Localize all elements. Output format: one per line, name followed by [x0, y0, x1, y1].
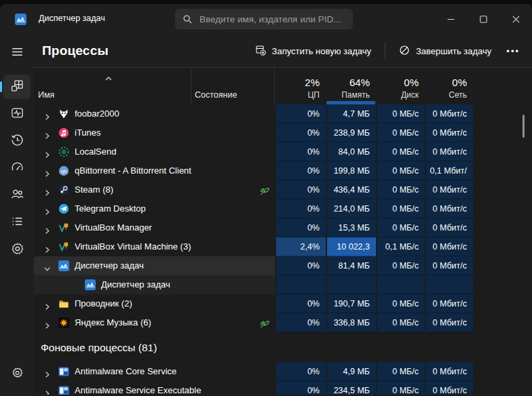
process-row[interactable]: qbqBittorrent - A Bittorrent Client0%199… [34, 161, 532, 180]
process-name-cell[interactable]: Яндекс Музыка (6) [34, 313, 191, 332]
column-header-name[interactable]: Имя [34, 68, 191, 104]
sidebar-item-services[interactable] [3, 237, 31, 262]
process-name: Диспетчер задач [75, 256, 144, 275]
process-row[interactable]: Antimalware Service Executable0%234,5 МБ… [34, 381, 532, 395]
process-row[interactable]: Яндекс Музыка (6)0%336,8 МБ0 МБ/с0 Мбит/… [34, 313, 532, 332]
chevron-right-icon[interactable] [43, 165, 54, 176]
process-name: iTunes [75, 123, 101, 142]
chevron-right-icon[interactable] [43, 146, 54, 157]
process-row[interactable]: LocalSend0%84,0 МБ0 МБ/с0 Мбит/с [34, 142, 532, 161]
section-header-background-processes: Фоновые процессы (81) [34, 334, 532, 362]
antimalware-icon [58, 385, 69, 395]
process-name-cell[interactable]: Steam (8) [34, 180, 191, 199]
column-header-disk[interactable]: 0% Диск [376, 68, 425, 104]
end-task-label: Завершить задачу [416, 46, 491, 56]
chevron-right-icon[interactable] [43, 317, 54, 328]
sidebar-item-processes[interactable] [3, 75, 31, 99]
process-name-cell[interactable]: Диспетчер задач [34, 275, 191, 294]
process-row[interactable]: Antimalware Core Service0%4,9 МБ0 МБ/с0 … [34, 362, 532, 381]
process-name: VirtualBox Virtual Machine (3) [75, 237, 191, 256]
chevron-right-icon[interactable] [43, 385, 54, 395]
process-disk-value: 0 МБ/с [376, 313, 425, 332]
sidebar-item-app-history[interactable] [3, 129, 31, 153]
column-header-cpu[interactable]: 2% ЦП [275, 68, 326, 104]
process-mem-value: 84,0 МБ [326, 142, 376, 161]
more-options-button[interactable]: ••• [501, 42, 525, 60]
column-header-memory[interactable]: 64% Память [326, 68, 376, 104]
process-cpu-value: 0% [275, 161, 326, 180]
process-name-cell[interactable]: VirtualBox Virtual Machine (3) [34, 237, 191, 256]
process-status-cell [191, 362, 275, 381]
section-label: Фоновые процессы (81) [34, 342, 157, 354]
process-row[interactable]: Steam (8)0%436,4 МБ0 МБ/с0 Мбит/с [34, 180, 532, 199]
process-row[interactable]: VirtualBox Virtual Machine (3)2,4%10 022… [34, 237, 532, 256]
search-input[interactable] [200, 14, 345, 24]
process-disk-value [376, 275, 425, 294]
sidebar-item-users[interactable] [3, 183, 31, 207]
process-status-cell [191, 199, 275, 218]
process-cpu-value: 0% [275, 180, 326, 199]
process-net-value: 0 Мбит/с [425, 218, 473, 237]
process-name-cell[interactable]: VirtualBox Manager [34, 218, 191, 237]
end-task-button[interactable]: Завершить задачу [392, 40, 498, 62]
process-row[interactable]: Telegram Desktop0%214,0 МБ0 МБ/с0 Мбит/с [34, 199, 532, 218]
process-cpu-value: 0% [275, 142, 326, 161]
chevron-right-icon[interactable] [43, 108, 54, 119]
search-box[interactable] [175, 9, 353, 29]
virtualbox-icon [58, 241, 69, 252]
chevron-right-icon[interactable] [43, 184, 54, 195]
process-status-cell [191, 313, 275, 332]
process-net-value: 0 Мбит/с [425, 104, 473, 123]
maximize-button[interactable] [467, 4, 499, 34]
users-icon [11, 188, 24, 203]
process-mem-value: 10 022,3 … [326, 237, 376, 256]
process-name-cell[interactable]: Диспетчер задач [34, 256, 191, 275]
process-name-cell[interactable]: Telegram Desktop [34, 199, 191, 218]
chevron-right-icon[interactable] [43, 127, 54, 138]
sidebar-item-settings[interactable] [3, 362, 31, 387]
cpu-total-percent: 2% [305, 77, 320, 88]
process-cpu-value: 0% [275, 294, 326, 313]
sidebar-item-startup-apps[interactable] [3, 156, 31, 180]
qbittorrent-icon: qb [58, 165, 69, 176]
process-row[interactable]: foobar20000%4,7 МБ0 МБ/с0 Мбит/с [34, 104, 532, 123]
chevron-right-icon[interactable] [43, 366, 54, 377]
process-row[interactable]: Проводник (2)0%190,7 МБ0 МБ/с0 Мбит/с [34, 294, 532, 313]
process-name-cell[interactable]: Проводник (2) [34, 294, 191, 313]
process-name-cell[interactable]: qbqBittorrent - A Bittorrent Client [34, 161, 191, 180]
process-name-cell[interactable]: iTunes [34, 123, 191, 142]
process-cpu-value: 2,4% [275, 237, 326, 256]
column-header-network[interactable]: 0% Сеть [425, 68, 473, 104]
minimize-button[interactable] [434, 4, 467, 34]
run-new-task-button[interactable]: Запустить новую задачу [248, 40, 378, 62]
main-pane: Процессы Запустить новую задачу [34, 34, 532, 396]
process-name-cell[interactable]: Antimalware Core Service [34, 362, 191, 381]
run-new-task-label: Запустить новую задачу [272, 46, 371, 56]
process-row[interactable]: VirtualBox Manager0%15,3 МБ0 МБ/с0 Мбит/… [34, 218, 532, 237]
steam-icon [58, 184, 69, 195]
process-row[interactable]: Диспетчер задач0%81,4 МБ0 МБ/с0 Мбит/с [34, 256, 532, 275]
memory-total-percent: 64% [349, 77, 370, 88]
sidebar-item-details[interactable] [3, 210, 31, 235]
close-button[interactable] [499, 4, 532, 34]
chevron-right-icon[interactable] [43, 241, 54, 252]
chevron-right-icon[interactable] [43, 222, 54, 233]
menu-icon [11, 45, 24, 61]
chevron-down-icon[interactable] [43, 260, 54, 271]
process-disk-value: 0 МБ/с [376, 362, 425, 381]
process-name-cell[interactable]: foobar2000 [34, 104, 191, 123]
process-cpu-value: 0% [275, 123, 326, 142]
chevron-right-icon[interactable] [43, 298, 54, 309]
process-name: Steam (8) [75, 180, 113, 199]
menu-button[interactable] [3, 41, 31, 65]
chevron-right-icon[interactable] [43, 203, 54, 214]
process-disk-value: 0,1 МБ/с [376, 237, 425, 256]
vertical-scrollbar[interactable] [522, 115, 525, 138]
process-row[interactable]: iTunes0%238,9 МБ0 МБ/с0 Мбит/с [34, 123, 532, 142]
process-row[interactable]: Диспетчер задач [34, 275, 532, 294]
process-name-cell[interactable]: LocalSend [34, 142, 191, 161]
sidebar-item-performance[interactable] [3, 102, 31, 126]
process-name-cell[interactable]: Antimalware Service Executable [34, 381, 191, 395]
column-header-status[interactable]: Состояние [191, 68, 275, 104]
process-mem-value: 238,9 МБ [326, 123, 376, 142]
